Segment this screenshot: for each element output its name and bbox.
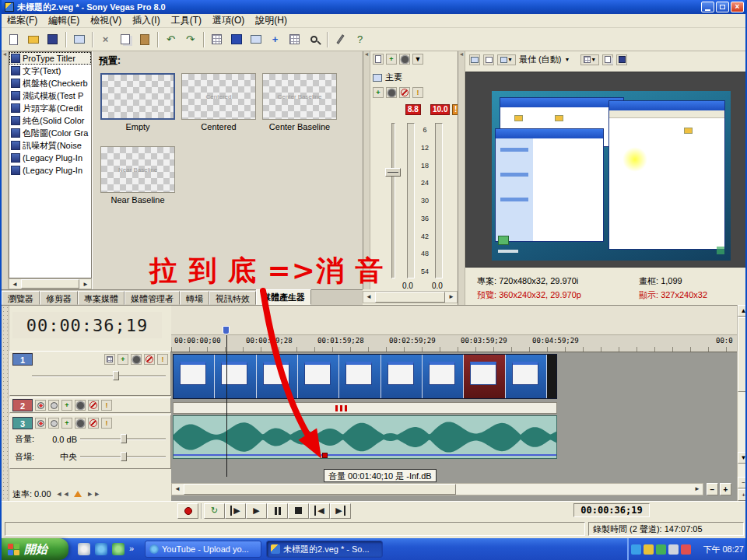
zoom-in-track-button[interactable]: + xyxy=(738,489,747,501)
scrollbar-thumb[interactable] xyxy=(375,292,445,303)
insert-bus-button[interactable] xyxy=(373,54,384,65)
track-motion-button[interactable] xyxy=(104,354,115,365)
zoom-out-track-button[interactable]: − xyxy=(738,477,747,488)
pause-button[interactable] xyxy=(267,503,288,519)
track-automation-button[interactable] xyxy=(75,418,86,429)
list-item[interactable]: 純色(Solid Color xyxy=(9,114,91,127)
list-item[interactable]: ProType Titler xyxy=(9,52,91,65)
scrollbar-thumb[interactable] xyxy=(184,484,456,495)
volume-envelope-point[interactable] xyxy=(322,453,328,458)
scroll-right-icon[interactable]: ► xyxy=(692,484,703,493)
tab-project-media[interactable]: 專案媒體 xyxy=(78,291,124,305)
tab-video-fx[interactable]: 視訊特效 xyxy=(209,291,256,305)
menu-options[interactable]: 選項(O) xyxy=(207,12,250,29)
save-snapshot-button[interactable] xyxy=(616,54,627,65)
tray-app-icon[interactable] xyxy=(681,544,691,555)
track-header-overlay[interactable]: 2 + ! xyxy=(9,397,171,413)
start-button[interactable]: 開始 xyxy=(2,538,68,560)
marker-bar[interactable] xyxy=(171,306,737,335)
slider-handle[interactable] xyxy=(113,371,119,380)
quick-launch-chevron-icon[interactable]: » xyxy=(129,544,134,553)
preset-thumbnail[interactable]: Center Baseline xyxy=(262,73,337,120)
generator-list-hscrollbar[interactable]: ◄ ► xyxy=(9,278,92,289)
track-solo-button[interactable] xyxy=(48,400,59,411)
list-item[interactable]: 訊噪材質(Noise xyxy=(9,139,91,152)
track-header-audio[interactable]: 3 + ! 音量: 0.0 dB 音場: 中央 xyxy=(9,415,171,469)
preset-centered[interactable]: Centered Centered xyxy=(180,73,258,131)
preset-near-baseline[interactable]: Near Baseline Near Baseline xyxy=(99,146,177,205)
tab-media-generators[interactable]: 媒體產生器 xyxy=(256,289,311,305)
timeline-area[interactable]: 00:00:00;00 00:00:59;28 00:01:59;28 00:0… xyxy=(171,305,737,501)
rate-marker-icon[interactable] xyxy=(74,491,82,497)
pen-tool-button[interactable] xyxy=(331,30,349,48)
mixer-hscrollbar[interactable]: ◄ ► xyxy=(363,291,458,303)
scroll-up-icon[interactable]: ▲ xyxy=(738,305,747,317)
record-button[interactable] xyxy=(177,503,198,519)
snap-button[interactable] xyxy=(208,30,226,48)
volume-envelope-line[interactable] xyxy=(174,454,556,456)
scroll-left-icon[interactable]: ◄ xyxy=(363,292,374,301)
loop-playback-button[interactable]: ↻ xyxy=(204,503,225,519)
track-header-video[interactable]: 1 + ! xyxy=(9,351,171,396)
play-from-start-button[interactable]: ▶ xyxy=(225,503,246,519)
scroll-right-icon[interactable]: ► xyxy=(80,279,91,289)
timeline-hscrollbar[interactable]: ◄ ► xyxy=(171,483,703,495)
track-solo-button[interactable] xyxy=(48,418,59,429)
preview-quality-label[interactable]: 最佳 (自動) xyxy=(519,54,561,65)
paste-button[interactable] xyxy=(135,30,153,48)
new-project-button[interactable] xyxy=(5,30,23,48)
menu-file[interactable]: 檔案(F) xyxy=(2,12,43,29)
cut-button[interactable]: × xyxy=(96,30,114,48)
preset-thumbnail[interactable]: Centered xyxy=(181,73,256,120)
pan-slider-handle[interactable] xyxy=(121,452,127,461)
minimize-button[interactable] xyxy=(701,2,714,12)
preset-thumbnail[interactable] xyxy=(100,73,175,120)
properties-button[interactable] xyxy=(70,30,88,48)
audio-event-clip[interactable] xyxy=(173,415,557,459)
restore-button[interactable] xyxy=(716,2,729,12)
copy-snapshot-button[interactable] xyxy=(602,54,613,65)
zoom-tool-button[interactable] xyxy=(305,30,323,48)
open-button[interactable] xyxy=(24,30,42,48)
record-arm-button[interactable] xyxy=(35,418,46,429)
preview-quality-dropdown[interactable]: ▼ xyxy=(497,54,516,65)
bus-fx-button[interactable]: + xyxy=(373,87,384,98)
timeline-vscrollbar[interactable]: ▲ ▼ − + xyxy=(737,305,747,501)
tray-shield-icon[interactable] xyxy=(656,544,666,555)
zoom-out-time-button[interactable]: − xyxy=(707,483,718,495)
autocrossfade-button[interactable] xyxy=(247,30,265,48)
overlay-grid-button[interactable]: ▼ xyxy=(580,54,599,65)
preset-empty[interactable]: Empty xyxy=(99,73,177,131)
menu-tools[interactable]: 工具(T) xyxy=(166,12,207,29)
track-mute-button[interactable] xyxy=(88,418,99,429)
track-automation-button[interactable] xyxy=(75,400,86,411)
selection-tool-button[interactable] xyxy=(286,30,303,48)
volume-slider-handle[interactable] xyxy=(121,434,127,443)
peak-readout-right[interactable]: 10.0 xyxy=(430,104,450,115)
preset-thumbnail[interactable]: Near Baseline xyxy=(100,146,175,193)
scrollbar-thumb[interactable] xyxy=(738,317,747,392)
track-mute-button[interactable] xyxy=(88,400,99,411)
mixer-settings-button[interactable] xyxy=(399,54,410,65)
list-item[interactable]: 棋盤格(Checkerb xyxy=(9,77,91,89)
timeline-time-display[interactable]: 00:00:36;19 xyxy=(12,312,162,338)
time-ruler[interactable]: 00:00:00;00 00:00:59;28 00:01:59;28 00:0… xyxy=(171,335,737,352)
menu-edit[interactable]: 編輯(E) xyxy=(43,12,85,29)
scroll-left-icon[interactable]: ◄ xyxy=(172,484,183,493)
list-item[interactable]: 測試模板(Test P xyxy=(9,89,91,102)
mixer-downmix-button[interactable]: ▼ xyxy=(412,54,423,65)
copy-button[interactable] xyxy=(116,30,134,48)
scroll-right-icon[interactable]: ► xyxy=(446,292,457,301)
redo-button[interactable]: ↷ xyxy=(181,30,199,48)
tray-network-icon[interactable] xyxy=(631,544,641,555)
video-event-clip[interactable] xyxy=(173,354,557,399)
rate-slider-left-icon[interactable]: ◄◄ xyxy=(56,490,70,498)
project-properties-button[interactable] xyxy=(469,54,480,65)
zoom-in-time-button[interactable]: + xyxy=(720,483,731,495)
transport-time-display[interactable]: 00:00:36;19 xyxy=(573,503,650,517)
playhead-cursor[interactable] xyxy=(226,335,227,477)
list-item[interactable]: (Legacy Plug-In xyxy=(9,152,91,164)
track-fx-button[interactable]: + xyxy=(61,418,72,429)
tray-update-icon[interactable] xyxy=(644,544,654,555)
normal-edit-tool-button[interactable]: + xyxy=(266,30,284,48)
